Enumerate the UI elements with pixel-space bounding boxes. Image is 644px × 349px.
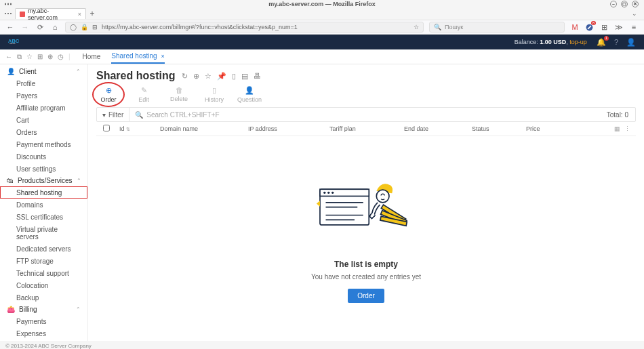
- nav-forward-icon: →: [20, 23, 30, 31]
- sidebar-item-orders[interactable]: Orders: [0, 126, 87, 138]
- search-placeholder: Пошук: [445, 24, 463, 30]
- notif-badge: 1: [604, 36, 609, 41]
- topup-link[interactable]: top-up: [569, 39, 587, 45]
- sidebar-group-client[interactable]: 👤 Client ⌃: [0, 66, 87, 77]
- sidebar-item-ssl[interactable]: SSL certificates: [0, 211, 87, 223]
- tab-close-icon[interactable]: ×: [78, 11, 81, 18]
- pipe-separator: |: [68, 53, 71, 61]
- sidebar-group-billing[interactable]: 👛 Billing ⌃: [0, 304, 87, 315]
- sidebar-item-domains[interactable]: Domains: [0, 199, 87, 211]
- search-bar[interactable]: 🔍 Пошук: [429, 22, 565, 33]
- delete-button[interactable]: 🗑 Delete: [167, 86, 191, 103]
- new-tab-button[interactable]: +: [86, 9, 98, 18]
- sidebar-item-support[interactable]: Technical support: [0, 267, 87, 279]
- columns-icon[interactable]: ▤: [241, 72, 248, 81]
- print-icon[interactable]: 🖶: [254, 72, 261, 81]
- notifications-icon[interactable]: 🔔1: [597, 38, 606, 47]
- user-icon[interactable]: 👤: [626, 38, 636, 47]
- sidebar-icon[interactable]: ≫: [614, 23, 624, 32]
- select-all-checkbox[interactable]: [103, 125, 110, 131]
- shield-icon[interactable]: ◯: [70, 24, 77, 30]
- col-ip[interactable]: IP address: [245, 125, 327, 132]
- sidebar-item-cart[interactable]: Cart: [0, 114, 87, 126]
- help-icon[interactable]: ?: [614, 38, 618, 46]
- col-price[interactable]: Price: [523, 125, 591, 132]
- search-input[interactable]: 🔍 Search CTRL+SHIFT+F: [129, 108, 600, 121]
- logo[interactable]: ΛBCSERVER: [8, 37, 27, 47]
- balance-label: Balance:: [515, 39, 538, 45]
- edit-button[interactable]: ✎ Edit: [132, 86, 156, 103]
- sidebar-item-user-settings[interactable]: User settings: [0, 163, 87, 175]
- empty-order-button[interactable]: Order: [348, 289, 384, 303]
- sidebar-item-profile[interactable]: Profile: [0, 77, 87, 89]
- sort-icon: ⇅: [126, 127, 130, 131]
- sidebar-item-payments[interactable]: Payments: [0, 315, 87, 327]
- plus-circle-icon[interactable]: ⊕: [47, 53, 53, 61]
- tab-close-icon[interactable]: ×: [161, 53, 165, 60]
- question-icon: 👤: [245, 86, 254, 95]
- permissions-icon[interactable]: ⊟: [92, 24, 98, 30]
- order-button[interactable]: ⊕ Order: [96, 86, 121, 103]
- noscript-icon[interactable]: 8: [585, 23, 594, 32]
- filter-label: Filter: [108, 111, 123, 119]
- filter-button[interactable]: ▾ Filter: [97, 108, 129, 121]
- svg-rect-4: [320, 189, 369, 196]
- lock-icon[interactable]: 🔒: [81, 24, 88, 30]
- star-small-icon[interactable]: ☆: [26, 53, 33, 61]
- more-icon[interactable]: ⋮: [624, 125, 630, 132]
- clock-icon[interactable]: ◷: [58, 53, 64, 61]
- window-close-icon[interactable]: ✕: [632, 1, 639, 7]
- globe-icon[interactable]: ⊕: [193, 72, 199, 81]
- tab-home[interactable]: Home: [83, 49, 101, 64]
- chevron-up-icon: ⌃: [76, 306, 81, 312]
- sidebar-item-ftp[interactable]: FTP storage: [0, 255, 87, 267]
- firefox-menu[interactable]: ⋯: [4, 9, 13, 18]
- browser-tab[interactable]: my.abc-server.com ×: [15, 8, 86, 19]
- window-title: my.abc-server.com — Mozilla Firefox: [268, 1, 375, 7]
- sidebar-item-vps[interactable]: Virtual private servers: [0, 223, 87, 243]
- sidebar-item-backup[interactable]: Backup: [0, 291, 87, 304]
- window-maximize-icon[interactable]: ◻: [621, 1, 628, 7]
- sidebar-item-shared-hosting[interactable]: Shared hosting: [0, 186, 87, 199]
- sidebar-group-label: Billing: [19, 306, 37, 313]
- empty-title: The list is empty: [334, 260, 398, 269]
- sidebar-item-discounts[interactable]: Discounts: [0, 150, 87, 163]
- sidebar-item-affiliate[interactable]: Affiliate program: [0, 102, 87, 114]
- sidebar-item-dedicated[interactable]: Dedicated servers: [0, 243, 87, 255]
- sidebar-group-products[interactable]: 🛍 Products/Services ⌃: [0, 175, 87, 186]
- app-menu-icon[interactable]: ≡: [629, 23, 639, 31]
- squares-icon[interactable]: ⧉: [17, 53, 22, 61]
- bookmark-star-icon[interactable]: ☆: [414, 24, 419, 30]
- pin-icon[interactable]: 📌: [217, 72, 226, 81]
- window-minimize-icon[interactable]: –: [610, 1, 617, 7]
- sidebar-item-colocation[interactable]: Colocation: [0, 279, 87, 291]
- search-icon: 🔍: [434, 24, 441, 30]
- back-icon[interactable]: ←: [5, 53, 12, 61]
- gmail-icon[interactable]: M: [570, 23, 580, 31]
- col-domain[interactable]: Domain name: [157, 125, 245, 132]
- home-icon[interactable]: ⌂: [50, 23, 60, 31]
- layout-icon[interactable]: ▯: [232, 72, 236, 81]
- refresh-icon[interactable]: ↻: [182, 72, 188, 81]
- box-icon[interactable]: ⊞: [37, 53, 43, 61]
- url-bar[interactable]: ◯ 🔒 ⊟ https://my.abc-server.com/billmgr#…: [65, 22, 424, 33]
- col-id[interactable]: Id ⇅: [117, 125, 157, 132]
- extensions-icon[interactable]: ⊞: [599, 23, 609, 32]
- history-button[interactable]: ▯ History: [202, 86, 226, 103]
- tabs-dropdown-icon[interactable]: ⌄: [632, 10, 637, 17]
- col-end[interactable]: End date: [401, 125, 469, 132]
- question-button[interactable]: 👤 Question: [237, 86, 262, 103]
- sidebar-item-payment-methods[interactable]: Payment methods: [0, 138, 87, 150]
- svg-point-7: [331, 192, 334, 194]
- columns-settings-icon[interactable]: ▦: [614, 125, 620, 132]
- cart-icon: 🛍: [7, 177, 14, 184]
- sidebar-item-expenses[interactable]: Expenses: [0, 327, 87, 340]
- reload-icon[interactable]: ⟳: [35, 23, 45, 32]
- col-tariff[interactable]: Tariff plan: [327, 125, 401, 132]
- star-icon[interactable]: ☆: [205, 72, 212, 81]
- col-status[interactable]: Status: [469, 125, 523, 132]
- tab-shared-hosting[interactable]: Shared hosting ×: [111, 49, 165, 64]
- page-title: Shared hosting: [96, 70, 175, 82]
- sidebar-item-payers[interactable]: Payers: [0, 89, 87, 102]
- nav-back-icon[interactable]: ←: [5, 23, 15, 31]
